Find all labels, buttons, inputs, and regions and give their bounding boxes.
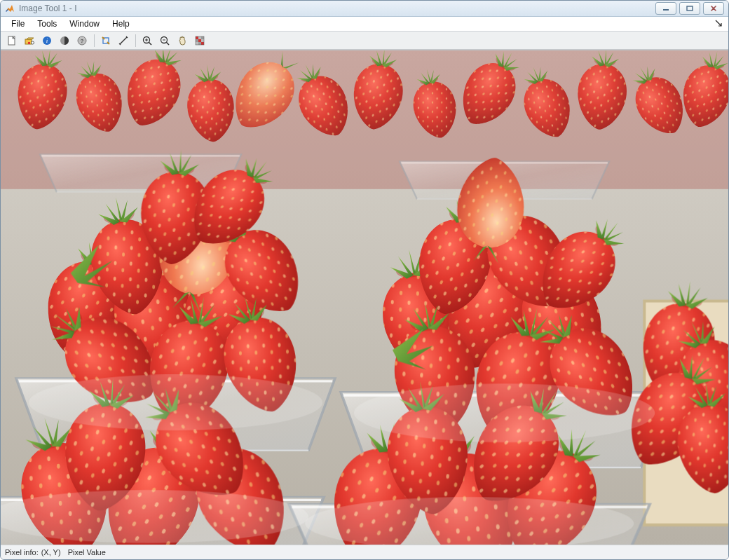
dock-toggle-icon[interactable] [713,19,724,29]
svg-text:?: ? [81,38,84,44]
image-canvas-area[interactable] [1,50,728,545]
svg-rect-1 [687,6,693,11]
zoom-out-button[interactable] [156,32,173,49]
overview-button[interactable]: ? [74,32,90,49]
matlab-app-icon [5,4,15,13]
svg-point-29 [29,374,322,430]
status-bar: Pixel info: (X, Y) Pixel Value [1,545,728,559]
title-bar: Image Tool 1 - I [1,1,728,17]
minimize-button[interactable] [655,2,676,15]
distance-button[interactable] [115,32,132,49]
svg-rect-14 [196,36,198,39]
svg-rect-20 [196,42,198,45]
svg-point-30 [354,383,655,442]
new-image-tool-button[interactable] [4,32,20,49]
svg-rect-22 [201,42,204,45]
menu-bar: File Tools Window Help [1,17,728,32]
svg-rect-19 [201,39,204,42]
svg-rect-17 [196,39,198,42]
open-button[interactable] [21,32,38,49]
adjust-contrast-button[interactable] [56,32,73,49]
svg-point-4 [32,41,34,44]
svg-rect-5 [28,42,30,44]
menu-help[interactable]: Help [106,17,136,31]
svg-rect-0 [663,9,669,11]
toolbar-separator [135,34,136,47]
pixel-region-button[interactable] [191,32,208,49]
menu-tools[interactable]: Tools [31,17,63,31]
close-button[interactable] [703,2,724,15]
zoom-in-button[interactable] [139,32,156,49]
svg-point-31 [1,490,308,543]
menu-file[interactable]: File [5,17,31,31]
crop-button[interactable] [97,32,114,49]
svg-rect-21 [198,42,201,45]
pixel-value-label: Pixel Value [68,548,106,556]
image-info-button[interactable]: i [39,32,55,49]
toolbar-separator [94,34,95,47]
svg-rect-15 [198,36,201,39]
app-window: Image Tool 1 - I File Tools Window Help [0,0,729,560]
maximize-button[interactable] [679,2,700,15]
pan-button[interactable] [174,32,191,49]
toolbar: i ? [1,32,728,50]
svg-rect-18 [198,39,201,42]
svg-rect-16 [201,36,204,39]
menu-window[interactable]: Window [63,17,106,31]
displayed-image [1,50,728,545]
window-title: Image Tool 1 - I [19,4,655,13]
pixel-xy-value: (X, Y) [41,548,61,556]
pixel-info-label: Pixel info: [5,548,39,556]
window-controls [655,2,724,15]
